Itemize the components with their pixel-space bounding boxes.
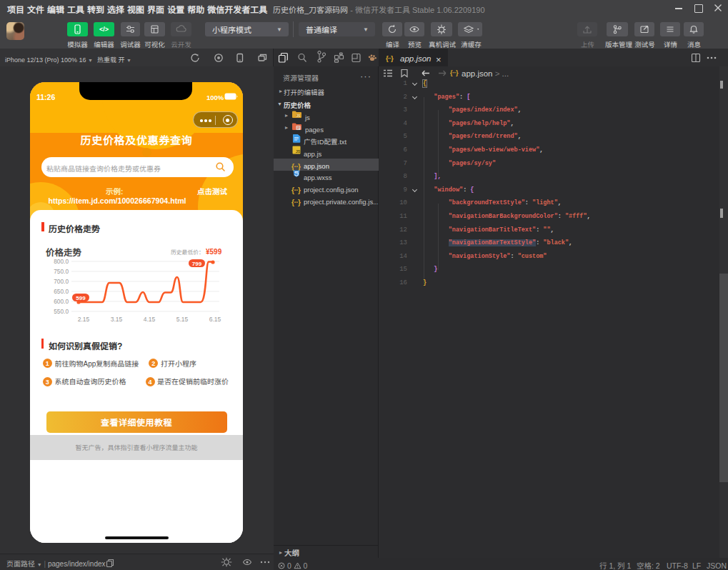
svg-text:800.0: 800.0 bbox=[54, 258, 69, 265]
svg-text:799: 799 bbox=[192, 261, 202, 267]
svg-text:2.15: 2.15 bbox=[78, 316, 90, 323]
svg-text:600.0: 600.0 bbox=[54, 298, 69, 305]
svg-text:4.15: 4.15 bbox=[144, 316, 156, 323]
svg-text:750.0: 750.0 bbox=[54, 268, 69, 275]
svg-text:550.0: 550.0 bbox=[54, 308, 69, 315]
svg-text:JS: JS bbox=[296, 149, 301, 154]
svg-text:650.0: 650.0 bbox=[54, 288, 69, 295]
svg-text:JS: JS bbox=[296, 114, 301, 118]
svg-text:700.0: 700.0 bbox=[54, 278, 69, 285]
svg-text:599: 599 bbox=[76, 295, 86, 301]
svg-text:6.15: 6.15 bbox=[209, 316, 221, 323]
svg-text:3.15: 3.15 bbox=[111, 316, 123, 323]
svg-text:5.15: 5.15 bbox=[176, 316, 189, 323]
